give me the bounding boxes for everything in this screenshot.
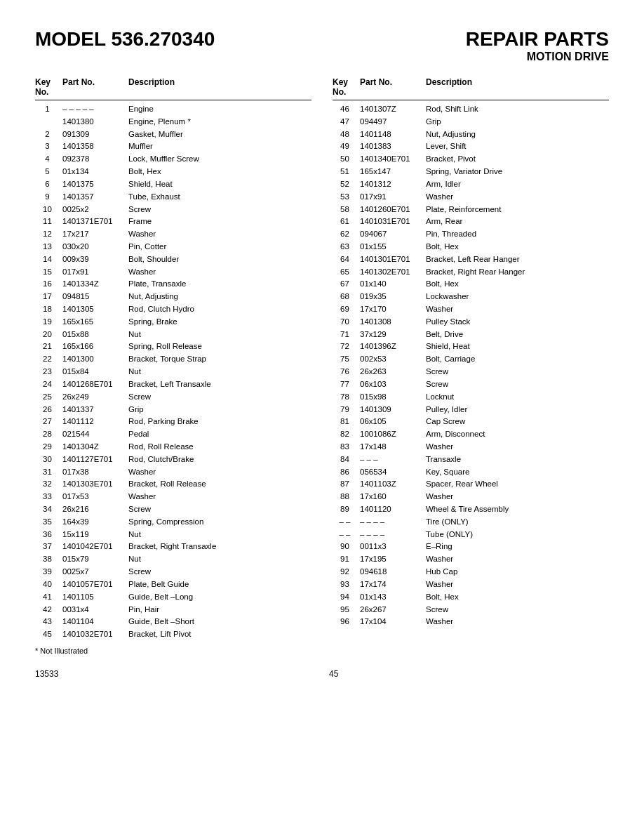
key-no: 53 bbox=[333, 191, 357, 204]
key-no: 10 bbox=[35, 204, 60, 216]
part-no: 06x103 bbox=[360, 378, 423, 391]
description: Bolt, Hex bbox=[426, 241, 609, 253]
table-row: 14 009x39 Bolt, Shoulder bbox=[35, 253, 311, 266]
part-no: 26x249 bbox=[62, 391, 126, 404]
description: Lock, Muffler Screw bbox=[128, 153, 311, 166]
part-no: 0011x3 bbox=[360, 541, 423, 553]
key-no: 51 bbox=[333, 166, 357, 178]
part-no: 1401120 bbox=[360, 503, 423, 516]
key-no: 61 bbox=[333, 216, 357, 228]
description: Lever, Shift bbox=[426, 140, 609, 153]
table-row: 90 0011x3 E–Ring bbox=[333, 541, 609, 553]
key-no: 82 bbox=[333, 428, 357, 441]
description: Washer bbox=[128, 228, 311, 241]
description: Grip bbox=[426, 116, 609, 128]
description: Nut bbox=[128, 529, 311, 541]
description: Washer bbox=[426, 441, 609, 454]
description: Arm, Rear bbox=[426, 216, 609, 228]
part-no: 1401302E701 bbox=[360, 266, 423, 279]
description: Nut, Adjusting bbox=[128, 291, 311, 303]
description: Gasket, Muffler bbox=[128, 128, 311, 141]
part-no: 092378 bbox=[62, 153, 126, 166]
table-row: 2 091309 Gasket, Muffler bbox=[35, 128, 311, 141]
table-row: 37 1401042E701 Bracket, Right Transaxle bbox=[35, 541, 311, 553]
key-no: 33 bbox=[35, 491, 60, 503]
part-no: 01x134 bbox=[62, 166, 126, 178]
table-row: 30 1401127E701 Rod, Clutch/Brake bbox=[35, 454, 311, 466]
table-row: 43 1401104 Guide, Belt –Short bbox=[35, 616, 311, 628]
part-no: 017x53 bbox=[62, 491, 126, 503]
part-no: 26x263 bbox=[360, 366, 423, 378]
description: Bracket, Left Transaxle bbox=[128, 378, 311, 391]
table-row: 35 164x39 Spring, Compression bbox=[35, 516, 311, 529]
left-key-header: KeyNo. bbox=[35, 77, 60, 97]
table-row: 19 165x165 Spring, Brake bbox=[35, 316, 311, 329]
footer: 13533 45 bbox=[35, 669, 609, 679]
table-row: 24 1401268E701 Bracket, Left Transaxle bbox=[35, 378, 311, 391]
key-no: 94 bbox=[333, 591, 357, 604]
part-no: 017x38 bbox=[62, 466, 126, 479]
key-no: 43 bbox=[35, 616, 60, 628]
table-row: 3 1401358 Muffler bbox=[35, 140, 311, 153]
key-no: 34 bbox=[35, 503, 60, 516]
key-no: 81 bbox=[333, 416, 357, 428]
key-no: 24 bbox=[35, 378, 60, 391]
key-no: 68 bbox=[333, 291, 357, 303]
description: Bracket, Right Rear Hanger bbox=[426, 266, 609, 279]
part-no: 1401103Z bbox=[360, 478, 423, 491]
table-row: 29 1401304Z Rod, Roll Release bbox=[35, 441, 311, 454]
part-no: 019x35 bbox=[360, 291, 423, 303]
part-no: 1401301E701 bbox=[360, 253, 423, 266]
part-no: 1401042E701 bbox=[62, 541, 126, 553]
section-subtitle: MOTION DRIVE bbox=[466, 51, 609, 63]
description: Washer bbox=[426, 553, 609, 566]
key-no: 20 bbox=[35, 329, 60, 341]
table-row: 45 1401032E701 Bracket, Lift Pivot bbox=[35, 628, 311, 641]
table-row: 41 1401105 Guide, Belt –Long bbox=[35, 591, 311, 604]
part-no: 1401380 bbox=[62, 116, 126, 128]
page: MODEL 536.270340 REPAIR PARTS MOTION DRI… bbox=[35, 28, 609, 679]
key-no: 64 bbox=[333, 253, 357, 266]
description: Plate, Reinforcement bbox=[426, 204, 609, 216]
description: Bracket, Left Rear Hanger bbox=[426, 253, 609, 266]
part-no: 1401300 bbox=[62, 353, 126, 366]
key-no: 1 bbox=[35, 103, 60, 116]
description: Tire (ONLY) bbox=[426, 516, 609, 529]
part-no: 056534 bbox=[360, 466, 423, 479]
table-row: 49 1401383 Lever, Shift bbox=[333, 140, 609, 153]
part-no: 0025x7 bbox=[62, 566, 126, 578]
part-no: 1401105 bbox=[62, 591, 126, 604]
part-no: – – – bbox=[360, 454, 423, 466]
key-no: 21 bbox=[35, 340, 60, 353]
part-no: 1401303E701 bbox=[62, 478, 126, 491]
description: Screw bbox=[128, 503, 311, 516]
part-no: 26x267 bbox=[360, 604, 423, 616]
description: Engine, Plenum * bbox=[128, 116, 311, 128]
part-no: 165x166 bbox=[62, 340, 126, 353]
table-row: 65 1401302E701 Bracket, Right Rear Hange… bbox=[333, 266, 609, 279]
key-no: 63 bbox=[333, 241, 357, 253]
part-no: 06x105 bbox=[360, 416, 423, 428]
table-row: 18 1401305 Rod, Clutch Hydro bbox=[35, 303, 311, 316]
description: Nut bbox=[128, 553, 311, 566]
part-no: 091309 bbox=[62, 128, 126, 141]
part-no: 094497 bbox=[360, 116, 423, 128]
part-no: 017x91 bbox=[62, 266, 126, 279]
description: Spacer, Rear Wheel bbox=[426, 478, 609, 491]
description: Bracket, Pivot bbox=[426, 153, 609, 166]
table-row: 21 165x166 Spring, Roll Release bbox=[35, 340, 311, 353]
key-no: 77 bbox=[333, 378, 357, 391]
key-no: 6 bbox=[35, 178, 60, 191]
table-row: 9 1401357 Tube, Exhaust bbox=[35, 191, 311, 204]
part-no: 1401307Z bbox=[360, 103, 423, 116]
left-parts-table: 1 – – – – – Engine 1401380 Engine, Plenu… bbox=[35, 103, 311, 641]
table-row: 31 017x38 Washer bbox=[35, 466, 311, 479]
table-row: 28 021544 Pedal bbox=[35, 428, 311, 441]
part-no: 17x148 bbox=[360, 441, 423, 454]
key-no: 3 bbox=[35, 140, 60, 153]
description: Arm, Idler bbox=[426, 178, 609, 191]
table-row: 36 15x119 Nut bbox=[35, 529, 311, 541]
right-parts-table: 46 1401307Z Rod, Shift Link 47 094497 Gr… bbox=[333, 103, 609, 628]
table-row: – – – – – – Tire (ONLY) bbox=[333, 516, 609, 529]
description: Tube, Exhaust bbox=[128, 191, 311, 204]
